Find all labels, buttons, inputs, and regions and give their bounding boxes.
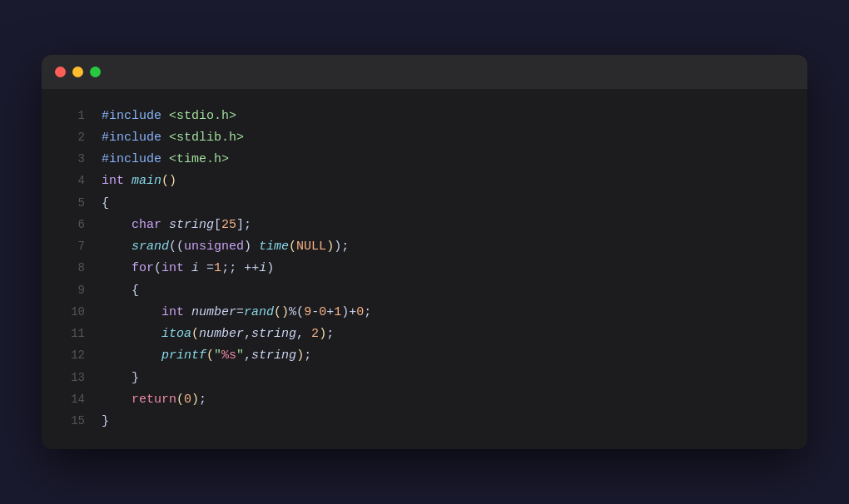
token-white bbox=[102, 305, 161, 319]
code-line: 12 printf("%s",string); bbox=[42, 345, 807, 367]
code-line: 10 int number=rand()%(9-0+1)+0; bbox=[42, 302, 807, 324]
token-white: (( bbox=[169, 240, 184, 254]
line-number: 7 bbox=[58, 236, 85, 257]
token-white: , bbox=[244, 348, 251, 363]
token-paren: ) bbox=[326, 240, 334, 254]
line-number: 11 bbox=[58, 324, 85, 344]
line-number: 10 bbox=[58, 302, 85, 323]
token-varname: number bbox=[199, 327, 244, 341]
token-white bbox=[124, 174, 132, 188]
line-content: char string[25]; bbox=[102, 215, 251, 236]
token-white bbox=[161, 131, 169, 145]
line-number: 9 bbox=[58, 280, 85, 301]
token-paren: ) bbox=[191, 393, 199, 407]
token-white: - bbox=[311, 305, 319, 319]
minimize-button[interactable] bbox=[72, 67, 83, 77]
token-white: , bbox=[296, 327, 311, 341]
code-window: 1#include <stdio.h>2#include <stdlib.h>3… bbox=[42, 55, 807, 450]
token-white bbox=[102, 261, 132, 275]
token-preprocessor: #include bbox=[102, 131, 161, 145]
code-line: 4int main() bbox=[42, 170, 807, 192]
token-keyword: for bbox=[132, 261, 154, 275]
token-white bbox=[161, 109, 169, 123]
token-white: = bbox=[199, 261, 214, 275]
token-white: [ bbox=[214, 218, 221, 232]
token-white: = bbox=[236, 305, 244, 319]
token-keyword: int bbox=[161, 261, 184, 275]
token-varname: i bbox=[259, 261, 266, 275]
token-number: 9 bbox=[304, 305, 311, 319]
line-number: 2 bbox=[58, 127, 85, 148]
line-number: 4 bbox=[58, 170, 85, 191]
line-content: #include <stdlib.h> bbox=[102, 127, 244, 149]
maximize-button[interactable] bbox=[90, 67, 101, 77]
token-white bbox=[102, 393, 132, 407]
token-number: 1 bbox=[334, 305, 341, 319]
token-function: srand bbox=[132, 240, 169, 254]
token-paren: () bbox=[274, 305, 289, 319]
token-special: %s bbox=[221, 348, 236, 363]
token-function: time bbox=[259, 240, 289, 254]
token-varname: string bbox=[169, 218, 214, 232]
token-varname: number bbox=[191, 305, 236, 319]
token-number: 0 bbox=[319, 305, 326, 319]
token-white bbox=[184, 261, 191, 275]
token-number: 0 bbox=[356, 305, 364, 319]
token-white: %( bbox=[289, 305, 304, 319]
token-white: ; bbox=[199, 393, 206, 407]
token-keyword: int bbox=[161, 305, 184, 319]
line-content: #include <stdio.h> bbox=[102, 106, 236, 127]
token-white: ( bbox=[154, 261, 161, 275]
token-white: ) bbox=[244, 240, 259, 254]
token-function: main bbox=[132, 174, 161, 188]
line-content: int main() bbox=[102, 170, 176, 192]
token-varname: string bbox=[251, 348, 296, 363]
token-white: } bbox=[102, 371, 139, 385]
line-content: #include <time.h> bbox=[102, 149, 229, 170]
line-content: } bbox=[102, 411, 109, 432]
code-line: 9 { bbox=[42, 280, 807, 302]
token-number: 0 bbox=[184, 393, 191, 407]
token-string-lit: " bbox=[214, 348, 221, 363]
token-white: , bbox=[244, 327, 251, 341]
token-white: } bbox=[102, 414, 109, 428]
token-white: ); bbox=[334, 240, 349, 254]
line-content: int number=rand()%(9-0+1)+0; bbox=[102, 302, 371, 324]
token-keyword: char bbox=[132, 218, 161, 232]
line-content: return(0); bbox=[102, 389, 206, 411]
token-varname: i bbox=[191, 261, 199, 275]
token-white: )+ bbox=[341, 305, 356, 319]
token-white: ; bbox=[304, 348, 311, 363]
code-line: 1#include <stdio.h> bbox=[42, 106, 807, 127]
token-white: ; bbox=[364, 305, 371, 319]
token-white bbox=[102, 218, 132, 232]
token-null: NULL bbox=[296, 240, 326, 254]
token-white bbox=[161, 152, 169, 166]
token-white: + bbox=[326, 305, 334, 319]
token-keyword: int bbox=[102, 174, 124, 188]
code-line: 15} bbox=[42, 411, 807, 432]
line-content: { bbox=[102, 280, 139, 302]
token-paren: ( bbox=[289, 240, 296, 254]
line-content: } bbox=[102, 368, 139, 389]
token-white bbox=[161, 218, 169, 232]
token-white bbox=[184, 305, 191, 319]
code-line: 6 char string[25]; bbox=[42, 215, 807, 236]
code-line: 11 itoa(number,string, 2); bbox=[42, 324, 807, 345]
token-preprocessor: #include bbox=[102, 152, 161, 166]
token-white: ; bbox=[326, 327, 334, 341]
line-content: itoa(number,string, 2); bbox=[102, 324, 334, 345]
code-line: 14 return(0); bbox=[42, 389, 807, 411]
token-white: { bbox=[102, 196, 109, 210]
token-paren: ( bbox=[206, 348, 214, 363]
line-content: printf("%s",string); bbox=[102, 345, 311, 367]
line-number: 3 bbox=[58, 149, 85, 170]
close-button[interactable] bbox=[55, 67, 66, 77]
code-line: 3#include <time.h> bbox=[42, 149, 807, 170]
token-white: ]; bbox=[236, 218, 251, 232]
token-white bbox=[102, 240, 132, 254]
token-keyword: unsigned bbox=[184, 240, 244, 254]
line-content: for(int i =1;; ++i) bbox=[102, 258, 274, 279]
line-content: srand((unsigned) time(NULL)); bbox=[102, 236, 349, 258]
token-paren: ( bbox=[176, 393, 184, 407]
